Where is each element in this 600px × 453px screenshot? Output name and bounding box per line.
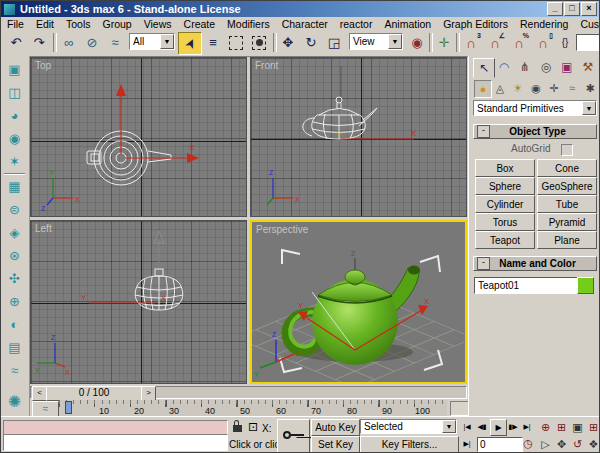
viewport-top[interactable]: Top X Y X Z (30, 57, 247, 217)
undo-icon[interactable]: ↶ (5, 32, 27, 53)
app-icon[interactable] (3, 3, 16, 16)
key-filters-button[interactable]: Key Filters... (360, 436, 459, 453)
menu-reactor[interactable]: reactor (334, 18, 379, 30)
region-zoom-icon[interactable]: ▷ (538, 437, 553, 451)
bind-to-spacewarp-icon[interactable]: ≈ (104, 32, 126, 53)
percent-snap-icon[interactable]: ∩% (508, 32, 530, 53)
category-systems-icon[interactable]: ✱ (582, 80, 598, 96)
collapse-icon[interactable]: - (477, 257, 490, 270)
use-pivot-center-icon[interactable]: ◉ (406, 32, 428, 53)
reactor-deforming-mesh-icon[interactable]: ✶ (1, 152, 28, 172)
maxscript-mini-listener-white[interactable] (3, 434, 228, 451)
zoom-extents-all-icon[interactable]: ⊞ (586, 420, 600, 434)
object-button-torus[interactable]: Torus (475, 213, 535, 231)
angle-snap-icon[interactable]: ∩∠ (484, 32, 506, 53)
min-max-toggle-icon[interactable]: ❖ (586, 437, 600, 451)
category-space-warps-icon[interactable]: ≈ (564, 80, 580, 96)
menu-tools[interactable]: Tools (60, 18, 97, 30)
snap-toggle-icon[interactable]: ∩3 (460, 32, 482, 53)
reactor-toy-car-icon[interactable]: ⊕ (1, 292, 28, 312)
select-and-scale-icon[interactable]: ◲ (323, 32, 345, 53)
tab-utilities[interactable]: ⚒ (578, 58, 598, 76)
menu-views[interactable]: Views (138, 18, 178, 30)
menu-customize[interactable]: Customize (574, 18, 600, 30)
zoom-icon[interactable]: ⊕ (538, 420, 553, 434)
next-frame-icon[interactable]: ▮▶ (506, 420, 520, 434)
arc-rotate-icon[interactable]: ↺ (570, 437, 585, 451)
chevron-down-icon[interactable]: ▼ (442, 420, 456, 433)
maximize-button[interactable]: □ (564, 2, 580, 16)
go-to-end-icon[interactable]: ▶| (520, 420, 534, 434)
rollout-name-color[interactable]: - Name and Color (473, 256, 597, 271)
current-frame-field[interactable] (477, 437, 523, 452)
rollout-object-type[interactable]: - Object Type (473, 124, 597, 139)
select-and-rotate-icon[interactable]: ↻ (300, 32, 322, 53)
rectangular-selection-region-icon[interactable] (225, 32, 247, 53)
open-mini-curve-editor-button[interactable]: ≈ (32, 401, 59, 417)
title-bar[interactable]: Untitled - 3ds max 6 - Stand-alone Licen… (1, 1, 599, 17)
close-button[interactable]: × (581, 2, 597, 16)
zoom-all-icon[interactable]: ⊞ (554, 420, 569, 434)
time-configuration-icon[interactable]: ◷ (521, 436, 535, 451)
object-button-geosphere[interactable]: GeoSphere (537, 177, 597, 195)
reference-coordinate-dropdown[interactable]: View ▼ (349, 33, 403, 50)
reactor-water-icon[interactable]: ≈ (1, 361, 28, 381)
collapse-icon[interactable]: - (477, 125, 490, 138)
reactor-soft-body-collection-icon[interactable]: ◕ (1, 106, 28, 126)
go-to-start-icon[interactable]: |◀ (460, 420, 474, 434)
chevron-down-icon[interactable]: ▼ (582, 101, 596, 115)
object-name-field[interactable] (474, 277, 578, 294)
time-slider-next-icon[interactable]: > (141, 386, 156, 401)
time-slider-prev-icon[interactable]: < (32, 386, 47, 401)
named-selection-input[interactable] (576, 34, 600, 51)
select-object-button[interactable]: ➤ (178, 32, 202, 55)
reactor-plane-icon[interactable]: ▦ (1, 177, 28, 197)
track-bar-ruler[interactable]: 0 10 20 30 40 50 60 70 80 90 100 (59, 400, 447, 417)
tab-create[interactable]: ↖ (473, 58, 495, 78)
reactor-spring-icon[interactable]: ⊜ (1, 200, 28, 220)
menu-animation[interactable]: Animation (378, 18, 437, 30)
category-cameras-icon[interactable]: ◉ (528, 80, 544, 96)
play-animation-icon[interactable]: ▶ (490, 419, 507, 436)
tab-hierarchy[interactable]: ⋔ (515, 58, 535, 76)
pan-icon[interactable]: ✥ (554, 437, 569, 451)
set-keys-button[interactable] (277, 419, 310, 453)
reactor-logo-icon[interactable]: ✺ (1, 392, 28, 412)
reactor-motor-icon[interactable]: ⊛ (1, 246, 28, 266)
select-and-move-icon[interactable]: ✥ (277, 32, 299, 53)
menu-modifiers[interactable]: Modifiers (221, 18, 276, 30)
selection-set-dropdown[interactable]: Selected ▼ (360, 419, 457, 434)
category-geometry-icon[interactable]: ● (474, 80, 492, 98)
object-button-plane[interactable]: Plane (537, 231, 597, 249)
menu-graph-editors[interactable]: Graph Editors (437, 18, 514, 30)
object-button-box[interactable]: Box (475, 159, 535, 177)
viewport-perspective[interactable]: Perspective (250, 220, 467, 384)
reactor-cloth-collection-icon[interactable]: ◫ (1, 83, 28, 103)
reactor-rigid-body-collection-icon[interactable]: ▣ (1, 60, 28, 80)
object-button-pyramid[interactable]: Pyramid (537, 213, 597, 231)
menu-file[interactable]: File (1, 18, 30, 30)
reactor-solids-icon[interactable]: ▤ (1, 338, 28, 358)
maxscript-mini-listener-pink[interactable] (3, 420, 228, 435)
menu-edit[interactable]: Edit (30, 18, 60, 30)
object-button-cone[interactable]: Cone (537, 159, 597, 177)
viewport-front[interactable]: Front X Y Z X (250, 57, 467, 217)
selection-lock-icon[interactable] (230, 421, 244, 435)
previous-frame-icon[interactable]: ◀▮ (475, 420, 489, 434)
select-and-link-icon[interactable]: ∞ (58, 32, 80, 53)
menu-character[interactable]: Character (276, 18, 334, 30)
window-crossing-icon[interactable] (248, 32, 270, 53)
key-mode-toggle-icon[interactable]: ▶| (460, 437, 474, 451)
absolute-mode-icon[interactable]: ⊡ (246, 420, 260, 434)
object-color-swatch[interactable] (577, 277, 594, 294)
subcategory-dropdown[interactable]: Standard Primitives ▼ (473, 100, 597, 116)
zoom-extents-icon[interactable]: ▣ (570, 420, 585, 434)
reactor-rope-collection-icon[interactable]: ◉ (1, 129, 28, 149)
reactor-dashpot-icon[interactable]: ◈ (1, 223, 28, 243)
spinner-snap-icon[interactable]: ∩▯ (532, 32, 554, 53)
reactor-fracture-icon[interactable]: ◐ (1, 315, 28, 335)
chevron-down-icon[interactable]: ▼ (160, 34, 174, 49)
set-key-button[interactable]: Set Key (311, 436, 360, 453)
chevron-down-icon[interactable]: ▼ (388, 34, 402, 49)
track-bar-frame-handle[interactable] (65, 401, 72, 414)
